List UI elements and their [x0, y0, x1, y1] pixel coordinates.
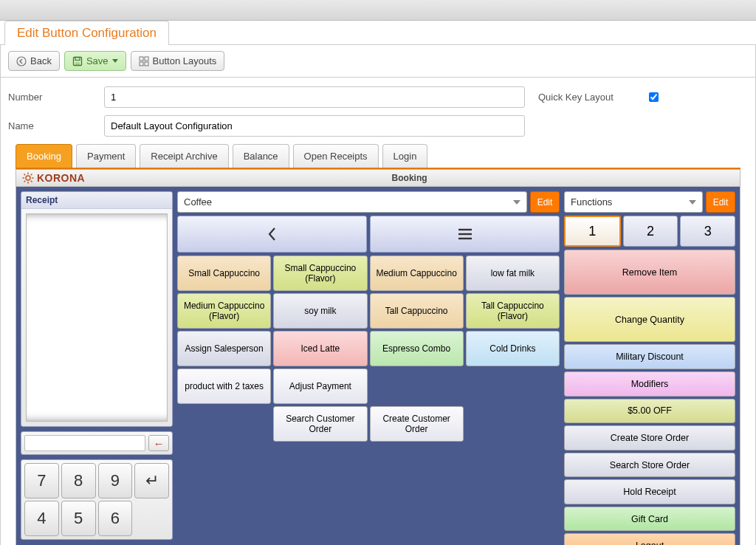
svg-line-15 [31, 174, 32, 176]
back-button[interactable]: Back [8, 51, 60, 71]
empty-cell [370, 369, 464, 404]
grid-icon [139, 56, 149, 66]
svg-rect-5 [145, 57, 148, 61]
form-area: Number Quick Key Layout Name BookingPaym… [0, 78, 756, 545]
number-label: Number [8, 92, 104, 103]
svg-rect-6 [140, 62, 143, 66]
page-2[interactable]: 2 [623, 216, 678, 247]
back-label: Back [30, 55, 52, 66]
empty-cell [177, 406, 271, 442]
hamburger-icon [457, 227, 473, 241]
brand-text: KORONA [37, 172, 85, 184]
chevron-left-icon [267, 226, 278, 242]
product-button[interactable]: Medium Cappuccino [370, 256, 464, 291]
keypad-panel: 789↵456 [21, 459, 173, 540]
product-button[interactable]: Cold Drinks [466, 331, 560, 366]
functions-select-value: Functions [571, 196, 612, 208]
product-button[interactable]: low fat milk [466, 256, 560, 291]
tab-open-receipts[interactable]: Open Receipts [293, 144, 379, 168]
function-button[interactable]: Search Store Order [564, 453, 735, 478]
number-input[interactable] [104, 86, 525, 108]
key-5[interactable]: 5 [61, 501, 96, 536]
page-1[interactable]: 1 [564, 216, 621, 247]
name-label: Name [8, 120, 104, 131]
svg-line-16 [24, 181, 26, 182]
empty-cell [466, 369, 560, 404]
search-panel: ← [21, 431, 173, 455]
receipt-panel: Receipt [21, 191, 173, 427]
function-button[interactable]: Modifiers [564, 371, 735, 397]
key-9[interactable]: 9 [98, 463, 133, 498]
product-button[interactable]: Create Customer Order [370, 406, 464, 442]
tab-balance[interactable]: Balance [233, 144, 289, 168]
tab-receipt-archive[interactable]: Receipt Archive [140, 144, 228, 168]
tab-booking[interactable]: Booking [16, 144, 72, 168]
quick-key-label: Quick Key Layout [538, 92, 614, 103]
key-4[interactable]: 4 [24, 501, 59, 536]
pos-header-title: Booking [85, 173, 734, 183]
chevron-down-icon [112, 59, 118, 63]
quick-key-checkbox[interactable] [649, 92, 659, 102]
backspace-button[interactable]: ← [148, 435, 169, 451]
name-input[interactable] [104, 115, 525, 137]
function-list: Remove ItemChange QuantityMilitary Disco… [564, 250, 735, 545]
product-button[interactable]: Search Customer Order [273, 406, 367, 442]
edit-category-button[interactable]: Edit [530, 191, 560, 213]
nav-prev-button[interactable] [177, 216, 367, 253]
function-button[interactable]: Military Discount [564, 344, 735, 369]
product-button[interactable]: Small Cappuccino (Flavor) [273, 256, 367, 291]
nav-menu-button[interactable] [370, 216, 560, 253]
product-button[interactable]: product with 2 taxes [177, 369, 271, 404]
edit-functions-button[interactable]: Edit [706, 191, 735, 213]
function-button[interactable]: Logout [564, 533, 735, 545]
product-button[interactable]: Medium Cappuccino (Flavor) [177, 293, 271, 329]
svg-rect-7 [145, 62, 148, 66]
window-titlebar [0, 0, 756, 21]
receipt-header: Receipt [21, 192, 172, 209]
svg-point-0 [17, 57, 26, 66]
product-button[interactable]: soy milk [273, 293, 367, 329]
function-button[interactable]: Create Store Order [564, 425, 735, 450]
category-select[interactable]: Coffee [177, 191, 527, 213]
product-button[interactable]: Tall Cappuccino (Flavor) [466, 293, 560, 329]
button-layouts-button[interactable]: Button Layouts [131, 51, 225, 71]
search-input[interactable] [24, 435, 145, 451]
gear-icon [22, 172, 34, 184]
save-button[interactable]: Save [64, 51, 126, 71]
product-button[interactable]: Iced Latte [273, 331, 367, 366]
save-icon [72, 56, 83, 66]
tab-payment[interactable]: Payment [76, 144, 136, 168]
pager: 123 [564, 216, 735, 247]
product-button[interactable]: Small Cappuccino [177, 256, 271, 291]
arrow-left-icon: ← [154, 437, 165, 450]
function-button[interactable]: Remove Item [564, 250, 735, 295]
svg-rect-2 [75, 57, 80, 60]
svg-rect-3 [75, 62, 80, 65]
button-layouts-label: Button Layouts [153, 55, 217, 66]
functions-select[interactable]: Functions [564, 191, 703, 213]
product-grid: Small CappuccinoSmall Cappuccino (Flavor… [177, 256, 560, 442]
page-3[interactable]: 3 [680, 216, 735, 247]
chevron-down-icon [513, 200, 520, 205]
product-button[interactable]: Assign Salesperson [177, 331, 271, 366]
product-button[interactable]: Tall Cappuccino [370, 293, 464, 329]
save-label: Save [86, 55, 109, 66]
subtabs: BookingPaymentReceipt ArchiveBalanceOpen… [16, 144, 740, 168]
key-6[interactable]: 6 [98, 501, 133, 536]
svg-point-8 [26, 176, 30, 180]
key-8[interactable]: 8 [61, 463, 96, 498]
tab-login[interactable]: Login [382, 144, 428, 168]
function-button[interactable]: Change Quantity [564, 297, 735, 342]
key-enter[interactable]: ↵ [134, 463, 169, 498]
function-button[interactable]: Gift Card [564, 507, 735, 532]
chevron-down-icon [689, 200, 696, 205]
function-button[interactable]: $5.00 OFF [564, 399, 735, 424]
toolbar: Back Save Button Layouts [0, 44, 756, 78]
svg-rect-4 [140, 57, 143, 61]
svg-line-13 [24, 174, 26, 176]
key-7[interactable]: 7 [24, 463, 59, 498]
function-button[interactable]: Hold Receipt [564, 479, 735, 504]
brand: KORONA [22, 172, 85, 184]
product-button[interactable]: Adjust Payment [273, 369, 367, 404]
product-button[interactable]: Espresso Combo [370, 331, 464, 366]
